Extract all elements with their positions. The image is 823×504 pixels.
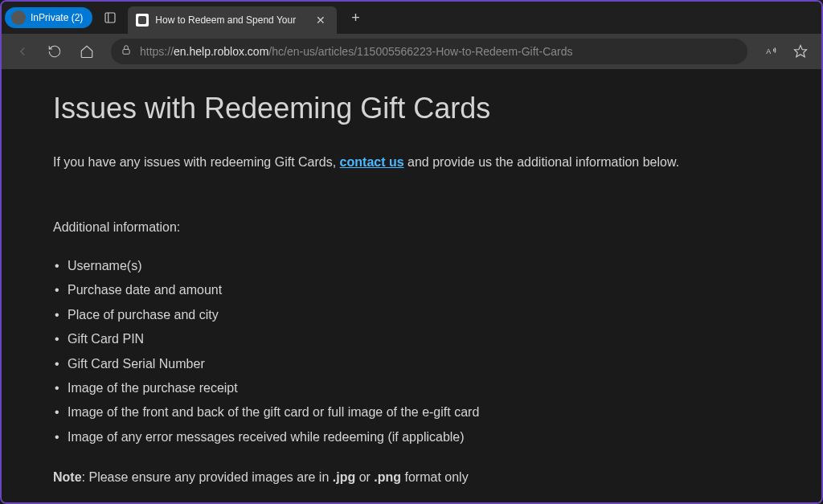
browser-toolbar: https://en.help.roblox.com/hc/en-us/arti…: [2, 34, 821, 69]
browser-tab[interactable]: How to Redeem and Spend Your ✕: [128, 6, 337, 34]
note-paragraph: Note: Please ensure any provided images …: [53, 470, 770, 485]
url-display: https://en.help.roblox.com/hc/en-us/arti…: [140, 45, 573, 58]
list-item: Image of the purchase receipt: [68, 376, 770, 400]
list-item: Place of purchase and city: [68, 303, 770, 327]
refresh-button[interactable]: [42, 39, 68, 64]
tab-title: How to Redeem and Spend Your: [155, 14, 306, 26]
tab-close-icon[interactable]: ✕: [313, 12, 329, 28]
svg-rect-0: [105, 13, 115, 23]
list-item: Purchase date and amount: [68, 278, 770, 302]
address-bar[interactable]: https://en.help.roblox.com/hc/en-us/arti…: [111, 39, 747, 64]
additional-info-label: Additional information:: [53, 220, 770, 235]
inprivate-indicator[interactable]: InPrivate (2): [5, 7, 92, 28]
list-item: Gift Card Serial Number: [68, 352, 770, 376]
intro-paragraph: If you have any issues with redeeming Gi…: [53, 153, 770, 172]
lock-icon: [121, 44, 132, 59]
page-content: Issues with Redeeming Gift Cards If you …: [2, 69, 821, 502]
info-list: Username(s) Purchase date and amount Pla…: [53, 254, 770, 449]
tab-favicon-icon: [136, 14, 149, 27]
favorites-button[interactable]: [788, 39, 813, 64]
page-heading: Issues with Redeeming Gift Cards: [53, 92, 770, 125]
tab-actions-icon[interactable]: [99, 6, 121, 29]
back-button[interactable]: [10, 39, 35, 64]
list-item: Image of the front and back of the gift …: [68, 400, 770, 424]
list-item: Username(s): [68, 254, 770, 278]
list-item: Image of any error messages received whi…: [68, 425, 770, 449]
svg-rect-2: [123, 49, 129, 54]
inprivate-label: InPrivate (2): [31, 12, 83, 23]
browser-titlebar: InPrivate (2) How to Redeem and Spend Yo…: [2, 2, 821, 34]
svg-text:A: A: [766, 47, 771, 55]
svg-marker-4: [795, 46, 807, 57]
new-tab-button[interactable]: +: [343, 6, 368, 30]
contact-us-link[interactable]: contact us: [340, 155, 404, 169]
home-button[interactable]: [74, 39, 100, 64]
read-aloud-button[interactable]: A: [759, 39, 784, 64]
list-item: Gift Card PIN: [68, 327, 770, 351]
